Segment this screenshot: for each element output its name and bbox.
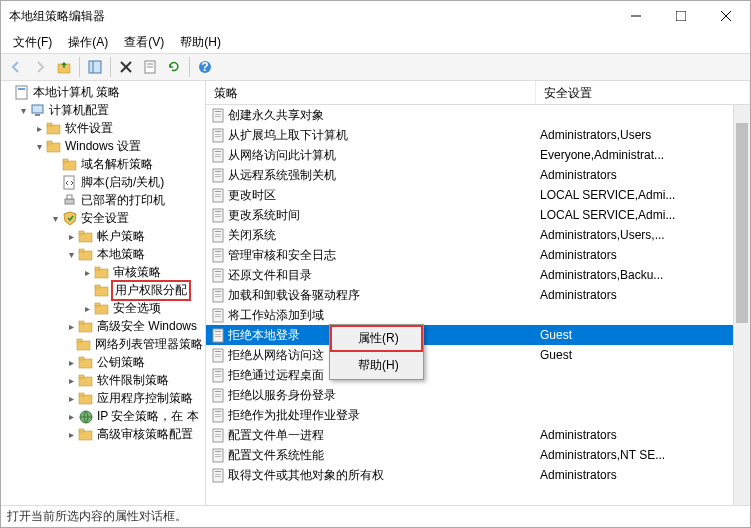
tree-item-label: 网络列表管理器策略 bbox=[93, 336, 205, 353]
tree-item[interactable]: ▸帐户策略 bbox=[1, 227, 205, 245]
tree-item[interactable]: 已部署的打印机 bbox=[1, 191, 205, 209]
list-row[interactable]: 关闭系统Administrators,Users,... bbox=[206, 225, 750, 245]
tree-item[interactable]: ▸应用程序控制策略 bbox=[1, 389, 205, 407]
vertical-scrollbar[interactable] bbox=[733, 105, 750, 505]
forward-button[interactable] bbox=[29, 56, 51, 78]
menu-file[interactable]: 文件(F) bbox=[5, 32, 60, 53]
refresh-button[interactable] bbox=[163, 56, 185, 78]
list-row[interactable]: 拒绝通过远程桌面 bbox=[206, 365, 750, 385]
minimize-button[interactable] bbox=[613, 1, 658, 31]
delete-button[interactable] bbox=[115, 56, 137, 78]
menu-help[interactable]: 帮助(H) bbox=[172, 32, 229, 53]
maximize-button[interactable] bbox=[658, 1, 703, 31]
policy-name: 从网络访问此计算机 bbox=[228, 147, 536, 164]
tree-toggle-icon[interactable]: ▸ bbox=[65, 393, 77, 404]
list-row[interactable]: 配置文件单一进程Administrators bbox=[206, 425, 750, 445]
scrollbar-thumb[interactable] bbox=[736, 123, 748, 323]
show-hide-tree-button[interactable] bbox=[84, 56, 106, 78]
tree-toggle-icon[interactable]: ▸ bbox=[65, 411, 77, 422]
tree-item-label: IP 安全策略，在 本 bbox=[95, 408, 201, 425]
folder-icon bbox=[77, 426, 93, 442]
policy-setting: Administrators,Backu... bbox=[536, 268, 750, 282]
list-row[interactable]: 从远程系统强制关机Administrators bbox=[206, 165, 750, 185]
tree-item-label: 安全设置 bbox=[79, 210, 131, 227]
policy-name: 拒绝作为批处理作业登录 bbox=[228, 407, 536, 424]
list-row[interactable]: 更改时区LOCAL SERVICE,Admi... bbox=[206, 185, 750, 205]
tree-item[interactable]: ▸审核策略 bbox=[1, 263, 205, 281]
tree-toggle-icon[interactable]: ▸ bbox=[65, 375, 77, 386]
up-button[interactable] bbox=[53, 56, 75, 78]
tree-item[interactable]: ▸高级安全 Windows bbox=[1, 317, 205, 335]
tree-item[interactable]: ▸安全选项 bbox=[1, 299, 205, 317]
tree-toggle-icon[interactable]: ▾ bbox=[49, 213, 61, 224]
context-help[interactable]: 帮助(H) bbox=[330, 352, 423, 379]
policy-icon bbox=[210, 227, 226, 243]
list-row[interactable]: 取得文件或其他对象的所有权Administrators bbox=[206, 465, 750, 485]
back-button[interactable] bbox=[5, 56, 27, 78]
tree-toggle-icon[interactable]: ▾ bbox=[33, 141, 45, 152]
tree-toggle-icon[interactable]: ▾ bbox=[65, 249, 77, 260]
properties-button[interactable] bbox=[139, 56, 161, 78]
tree-toggle-icon[interactable]: ▸ bbox=[65, 321, 77, 332]
tree-item[interactable]: ▾Windows 设置 bbox=[1, 137, 205, 155]
policy-setting: Administrators bbox=[536, 468, 750, 482]
tree-toggle-icon[interactable]: ▾ bbox=[17, 105, 29, 116]
list-row[interactable]: 创建永久共享对象 bbox=[206, 105, 750, 125]
menu-view[interactable]: 查看(V) bbox=[116, 32, 172, 53]
close-button[interactable] bbox=[703, 1, 748, 31]
policy-setting: Administrators bbox=[536, 288, 750, 302]
column-setting[interactable]: 安全设置 bbox=[536, 81, 750, 104]
tree-toggle-icon[interactable]: ▸ bbox=[33, 123, 45, 134]
tree-item[interactable]: ▸软件限制策略 bbox=[1, 371, 205, 389]
tree-toggle-icon[interactable]: ▸ bbox=[65, 357, 77, 368]
tree-item[interactable]: 域名解析策略 bbox=[1, 155, 205, 173]
list-row[interactable]: 更改系统时间LOCAL SERVICE,Admi... bbox=[206, 205, 750, 225]
tree-item[interactable]: 脚本(启动/关机) bbox=[1, 173, 205, 191]
list-row[interactable]: 拒绝本地登录Guest bbox=[206, 325, 750, 345]
help-button[interactable]: ? bbox=[194, 56, 216, 78]
list-row[interactable]: 加载和卸载设备驱动程序Administrators bbox=[206, 285, 750, 305]
list-row[interactable]: 配置文件系统性能Administrators,NT SE... bbox=[206, 445, 750, 465]
tree-toggle-icon[interactable]: ▸ bbox=[81, 267, 93, 278]
policy-name: 更改系统时间 bbox=[228, 207, 536, 224]
tree-item[interactable]: ▾本地策略 bbox=[1, 245, 205, 263]
folder-icon bbox=[77, 318, 93, 334]
policy-icon bbox=[210, 407, 226, 423]
tree-item-label: 脚本(启动/关机) bbox=[79, 174, 166, 191]
tree-pane[interactable]: 本地计算机 策略▾计算机配置▸软件设置▾Windows 设置域名解析策略脚本(启… bbox=[1, 81, 206, 505]
list-row[interactable]: 从扩展坞上取下计算机Administrators,Users bbox=[206, 125, 750, 145]
tree-item[interactable]: ▾计算机配置 bbox=[1, 101, 205, 119]
tree-item[interactable]: ▾安全设置 bbox=[1, 209, 205, 227]
policy-setting: Guest bbox=[536, 348, 750, 362]
tree-item[interactable]: ▸IP 安全策略，在 本 bbox=[1, 407, 205, 425]
column-policy[interactable]: 策略 bbox=[206, 81, 536, 104]
menu-action[interactable]: 操作(A) bbox=[60, 32, 116, 53]
tree-item[interactable]: 用户权限分配 bbox=[1, 281, 205, 299]
context-properties[interactable]: 属性(R) bbox=[330, 325, 423, 352]
tree-item[interactable]: ▸软件设置 bbox=[1, 119, 205, 137]
tree-item[interactable]: 本地计算机 策略 bbox=[1, 83, 205, 101]
list-row[interactable]: 拒绝从网络访问这Guest bbox=[206, 345, 750, 365]
list-row[interactable]: 管理审核和安全日志Administrators bbox=[206, 245, 750, 265]
policy-setting: LOCAL SERVICE,Admi... bbox=[536, 188, 750, 202]
tree-toggle-icon[interactable]: ▸ bbox=[65, 429, 77, 440]
tree-item[interactable]: ▸公钥策略 bbox=[1, 353, 205, 371]
policy-icon bbox=[210, 267, 226, 283]
policy-name: 拒绝以服务身份登录 bbox=[228, 387, 536, 404]
tree-item[interactable]: ▸高级审核策略配置 bbox=[1, 425, 205, 443]
computer-icon bbox=[29, 102, 45, 118]
list-row[interactable]: 还原文件和目录Administrators,Backu... bbox=[206, 265, 750, 285]
svg-rect-1 bbox=[676, 11, 686, 21]
tree-item[interactable]: 网络列表管理器策略 bbox=[1, 335, 205, 353]
list-row[interactable]: 将工作站添加到域 bbox=[206, 305, 750, 325]
list-body[interactable]: 创建永久共享对象从扩展坞上取下计算机Administrators,Users从网… bbox=[206, 105, 750, 505]
folder-icon bbox=[77, 228, 93, 244]
list-row[interactable]: 从网络访问此计算机Everyone,Administrat... bbox=[206, 145, 750, 165]
tree-toggle-icon[interactable]: ▸ bbox=[81, 303, 93, 314]
tree-item-label: Windows 设置 bbox=[63, 138, 143, 155]
tree-toggle-icon[interactable]: ▸ bbox=[65, 231, 77, 242]
list-pane: 策略 安全设置 创建永久共享对象从扩展坞上取下计算机Administrators… bbox=[206, 81, 750, 505]
list-row[interactable]: 拒绝作为批处理作业登录 bbox=[206, 405, 750, 425]
policy-icon bbox=[210, 307, 226, 323]
list-row[interactable]: 拒绝以服务身份登录 bbox=[206, 385, 750, 405]
